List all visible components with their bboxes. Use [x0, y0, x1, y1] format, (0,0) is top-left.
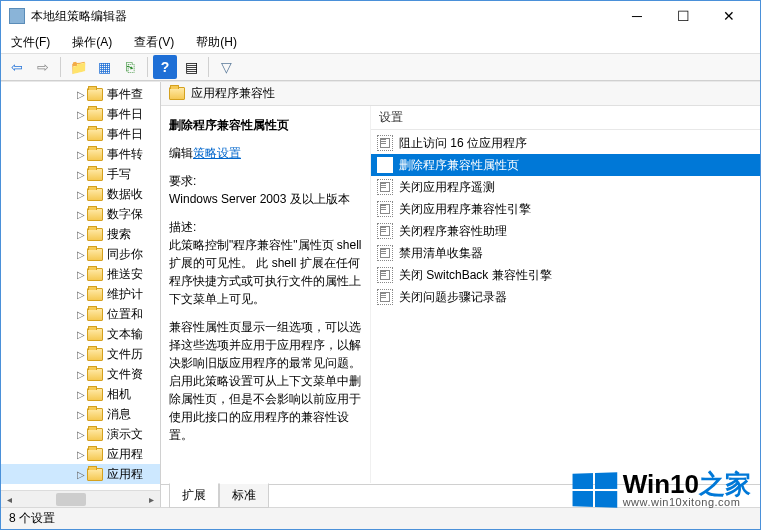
menu-view[interactable]: 查看(V) [130, 32, 178, 53]
expand-icon[interactable]: ▷ [76, 429, 86, 440]
maximize-button[interactable]: ☐ [660, 1, 706, 31]
description-label: 描述: [169, 218, 362, 236]
expand-icon[interactable]: ▷ [76, 369, 86, 380]
expand-icon[interactable]: ▷ [76, 109, 86, 120]
settings-row[interactable]: 关闭 SwitchBack 兼容性引擎 [371, 264, 760, 286]
expand-icon[interactable]: ▷ [76, 209, 86, 220]
tree-item[interactable]: ▷文本输 [1, 324, 160, 344]
tree-item[interactable]: ▷位置和 [1, 304, 160, 324]
tree-item[interactable]: ▷应用程 [1, 464, 160, 484]
menu-file[interactable]: 文件(F) [7, 32, 54, 53]
status-bar: 8 个设置 [1, 507, 760, 529]
policy-icon [377, 157, 393, 173]
tree-item-label: 搜索 [107, 226, 131, 243]
tree-item[interactable]: ▷维护计 [1, 284, 160, 304]
tree-item-label: 演示文 [107, 426, 143, 443]
policy-icon [377, 179, 393, 195]
tab-extended[interactable]: 扩展 [169, 483, 219, 508]
folder-icon [87, 348, 103, 361]
tree-item-label: 数据收 [107, 186, 143, 203]
toolbar-separator [147, 57, 148, 77]
policy-icon [377, 245, 393, 261]
tree-item[interactable]: ▷文件资 [1, 364, 160, 384]
tree-item[interactable]: ▷推送安 [1, 264, 160, 284]
settings-row[interactable]: 禁用清单收集器 [371, 242, 760, 264]
settings-row[interactable]: 删除程序兼容性属性页 [371, 154, 760, 176]
minimize-button[interactable]: ─ [614, 1, 660, 31]
tree-item[interactable]: ▷事件转 [1, 144, 160, 164]
tab-strip: 扩展 标准 [161, 483, 760, 507]
forward-button[interactable]: ⇨ [31, 55, 55, 79]
tree-item-label: 文件历 [107, 346, 143, 363]
settings-row-label: 删除程序兼容性属性页 [399, 157, 519, 174]
settings-row[interactable]: 阻止访问 16 位应用程序 [371, 132, 760, 154]
tree-item[interactable]: ▷应用程 [1, 444, 160, 464]
menu-help[interactable]: 帮助(H) [192, 32, 241, 53]
expand-icon[interactable]: ▷ [76, 329, 86, 340]
menu-action[interactable]: 操作(A) [68, 32, 116, 53]
settings-row[interactable]: 关闭问题步骤记录器 [371, 286, 760, 308]
show-hide-button[interactable]: ▦ [92, 55, 116, 79]
tree-item[interactable]: ▷数据收 [1, 184, 160, 204]
tree-item[interactable]: ▷事件查 [1, 84, 160, 104]
expand-icon[interactable]: ▷ [76, 89, 86, 100]
tree-item[interactable]: ▷同步你 [1, 244, 160, 264]
tree-item[interactable]: ▷搜索 [1, 224, 160, 244]
expand-icon[interactable]: ▷ [76, 309, 86, 320]
folder-icon [87, 448, 103, 461]
up-button[interactable]: 📁 [66, 55, 90, 79]
tree-item[interactable]: ▷事件日 [1, 124, 160, 144]
export-button[interactable]: ⎘ [118, 55, 142, 79]
expand-icon[interactable]: ▷ [76, 449, 86, 460]
expand-icon[interactable]: ▷ [76, 169, 86, 180]
tree-item[interactable]: ▷文件历 [1, 344, 160, 364]
expand-icon[interactable]: ▷ [76, 269, 86, 280]
filter-button[interactable]: ▽ [214, 55, 238, 79]
settings-row[interactable]: 关闭应用程序兼容性引擎 [371, 198, 760, 220]
settings-row[interactable]: 关闭程序兼容性助理 [371, 220, 760, 242]
expand-icon[interactable]: ▷ [76, 229, 86, 240]
tree-item[interactable]: ▷数字保 [1, 204, 160, 224]
tree-item-label: 事件查 [107, 86, 143, 103]
tree-item[interactable]: ▷相机 [1, 384, 160, 404]
folder-icon [87, 188, 103, 201]
folder-icon [87, 468, 103, 481]
settings-row-label: 关闭应用程序遥测 [399, 179, 495, 196]
folder-icon [87, 328, 103, 341]
close-button[interactable]: ✕ [706, 1, 752, 31]
tree-item-label: 事件日 [107, 106, 143, 123]
tree-item[interactable]: ▷事件日 [1, 104, 160, 124]
tree-item[interactable]: ▷演示文 [1, 424, 160, 444]
titlebar: 本地组策略编辑器 ─ ☐ ✕ [1, 1, 760, 31]
expand-icon[interactable]: ▷ [76, 389, 86, 400]
expand-icon[interactable]: ▷ [76, 289, 86, 300]
expand-icon[interactable]: ▷ [76, 129, 86, 140]
back-button[interactable]: ⇦ [5, 55, 29, 79]
expand-icon[interactable]: ▷ [76, 149, 86, 160]
expand-icon[interactable]: ▷ [76, 349, 86, 360]
settings-row[interactable]: 关闭应用程序遥测 [371, 176, 760, 198]
toolbar: ⇦ ⇨ 📁 ▦ ⎘ ? ▤ ▽ [1, 53, 760, 81]
scroll-left-arrow[interactable]: ◂ [1, 491, 18, 508]
horizontal-scrollbar[interactable]: ◂ ▸ [1, 490, 160, 507]
help-button[interactable]: ? [153, 55, 177, 79]
scroll-right-arrow[interactable]: ▸ [143, 491, 160, 508]
tree-item[interactable]: ▷消息 [1, 404, 160, 424]
scroll-thumb[interactable] [56, 493, 86, 506]
content-title: 应用程序兼容性 [191, 85, 275, 102]
expand-icon[interactable]: ▷ [76, 249, 86, 260]
tree-item-label: 文件资 [107, 366, 143, 383]
tree-item-label: 事件转 [107, 146, 143, 163]
tab-standard[interactable]: 标准 [219, 483, 269, 508]
expand-icon[interactable]: ▷ [76, 469, 86, 480]
tree-item[interactable]: ▷手写 [1, 164, 160, 184]
settings-header[interactable]: 设置 [371, 106, 760, 130]
requirements-text: Windows Server 2003 及以上版本 [169, 190, 362, 208]
policy-title: 删除程序兼容性属性页 [169, 116, 362, 134]
requirements-label: 要求: [169, 172, 362, 190]
edit-policy-link[interactable]: 策略设置 [193, 146, 241, 160]
expand-icon[interactable]: ▷ [76, 189, 86, 200]
toolbar-separator [208, 57, 209, 77]
expand-icon[interactable]: ▷ [76, 409, 86, 420]
properties-button[interactable]: ▤ [179, 55, 203, 79]
